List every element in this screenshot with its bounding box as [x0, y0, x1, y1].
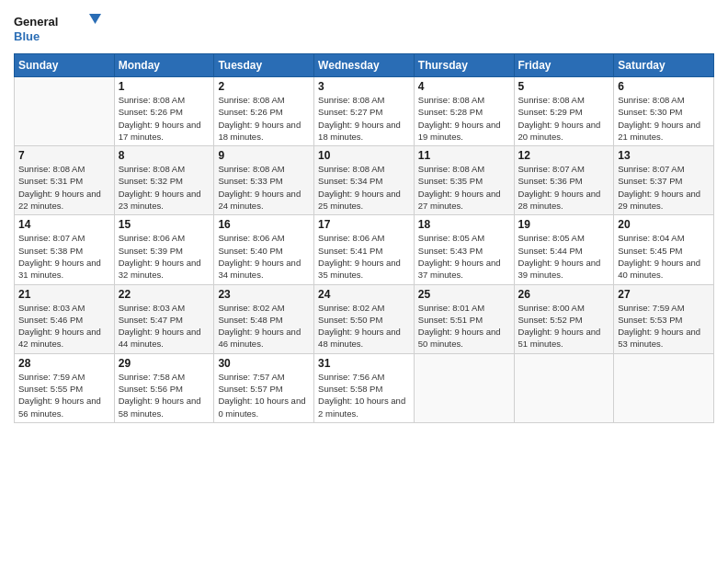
day-info: Sunrise: 7:57 AMSunset: 5:57 PMDaylight:…: [218, 371, 310, 419]
week-row-3: 14Sunrise: 8:07 AMSunset: 5:38 PMDayligh…: [15, 215, 714, 284]
day-header-thursday: Thursday: [414, 54, 514, 77]
day-number: 3: [318, 80, 410, 93]
day-number: 14: [18, 218, 110, 231]
calendar-cell: 27Sunrise: 7:59 AMSunset: 5:53 PMDayligh…: [614, 284, 714, 353]
calendar-cell: 3Sunrise: 8:08 AMSunset: 5:27 PMDaylight…: [314, 77, 415, 146]
calendar-cell: 8Sunrise: 8:08 AMSunset: 5:32 PMDaylight…: [114, 146, 214, 215]
calendar-cell: [514, 353, 614, 422]
day-number: 20: [618, 218, 710, 231]
day-number: 23: [218, 288, 310, 301]
day-number: 21: [18, 288, 110, 301]
day-info: Sunrise: 8:04 AMSunset: 5:45 PMDaylight:…: [618, 232, 710, 281]
week-row-2: 7Sunrise: 8:08 AMSunset: 5:31 PMDaylight…: [15, 146, 714, 215]
day-number: 7: [18, 149, 110, 162]
day-header-saturday: Saturday: [614, 54, 714, 77]
day-number: 16: [218, 218, 310, 231]
day-number: 26: [518, 288, 610, 301]
logo: General Blue: [14, 9, 106, 46]
day-number: 28: [18, 357, 110, 370]
day-info: Sunrise: 8:08 AMSunset: 5:29 PMDaylight:…: [518, 94, 610, 143]
day-info: Sunrise: 8:06 AMSunset: 5:40 PMDaylight:…: [218, 232, 310, 281]
day-header-wednesday: Wednesday: [314, 54, 415, 77]
calendar-page: General Blue SundayMondayTuesdayWednesda…: [0, 0, 728, 563]
calendar-cell: 22Sunrise: 8:03 AMSunset: 5:47 PMDayligh…: [114, 284, 214, 353]
day-number: 15: [119, 218, 210, 231]
calendar-cell: 29Sunrise: 7:58 AMSunset: 5:56 PMDayligh…: [114, 353, 214, 422]
header-row: SundayMondayTuesdayWednesdayThursdayFrid…: [15, 54, 714, 77]
day-info: Sunrise: 8:08 AMSunset: 5:27 PMDaylight:…: [318, 94, 410, 143]
day-number: 9: [218, 149, 310, 162]
day-info: Sunrise: 8:03 AMSunset: 5:46 PMDaylight:…: [18, 302, 110, 350]
calendar-cell: 5Sunrise: 8:08 AMSunset: 5:29 PMDaylight…: [514, 77, 614, 146]
day-number: 4: [418, 80, 510, 93]
day-number: 8: [119, 149, 210, 162]
day-number: 2: [218, 80, 310, 93]
calendar-cell: 1Sunrise: 8:08 AMSunset: 5:26 PMDaylight…: [114, 77, 214, 146]
calendar-cell: 21Sunrise: 8:03 AMSunset: 5:46 PMDayligh…: [15, 284, 115, 353]
calendar-cell: 16Sunrise: 8:06 AMSunset: 5:40 PMDayligh…: [214, 215, 314, 284]
day-info: Sunrise: 8:06 AMSunset: 5:41 PMDaylight:…: [318, 232, 410, 281]
day-number: 13: [618, 149, 710, 162]
page-header: General Blue: [14, 9, 714, 46]
calendar-cell: 4Sunrise: 8:08 AMSunset: 5:28 PMDaylight…: [414, 77, 514, 146]
calendar-cell: 23Sunrise: 8:02 AMSunset: 5:48 PMDayligh…: [214, 284, 314, 353]
day-info: Sunrise: 8:08 AMSunset: 5:26 PMDaylight:…: [218, 94, 310, 143]
day-info: Sunrise: 8:02 AMSunset: 5:50 PMDaylight:…: [318, 302, 410, 350]
day-info: Sunrise: 8:07 AMSunset: 5:37 PMDaylight:…: [618, 163, 710, 212]
day-number: 29: [119, 357, 210, 370]
svg-text:Blue: Blue: [14, 29, 40, 43]
day-number: 31: [318, 357, 410, 370]
day-header-friday: Friday: [514, 54, 614, 77]
calendar-cell: 13Sunrise: 8:07 AMSunset: 5:37 PMDayligh…: [614, 146, 714, 215]
day-info: Sunrise: 7:59 AMSunset: 5:55 PMDaylight:…: [18, 371, 110, 419]
day-info: Sunrise: 8:05 AMSunset: 5:44 PMDaylight:…: [518, 232, 610, 281]
svg-marker-2: [89, 14, 101, 24]
day-info: Sunrise: 8:08 AMSunset: 5:33 PMDaylight:…: [218, 163, 310, 212]
calendar-cell: 7Sunrise: 8:08 AMSunset: 5:31 PMDaylight…: [15, 146, 115, 215]
logo-svg: General Blue: [14, 9, 106, 46]
calendar-cell: 24Sunrise: 8:02 AMSunset: 5:50 PMDayligh…: [314, 284, 415, 353]
day-info: Sunrise: 8:06 AMSunset: 5:39 PMDaylight:…: [119, 232, 210, 281]
day-info: Sunrise: 8:00 AMSunset: 5:52 PMDaylight:…: [518, 302, 610, 350]
calendar-cell: 19Sunrise: 8:05 AMSunset: 5:44 PMDayligh…: [514, 215, 614, 284]
day-info: Sunrise: 8:08 AMSunset: 5:32 PMDaylight:…: [119, 163, 210, 212]
day-number: 10: [318, 149, 410, 162]
calendar-cell: 10Sunrise: 8:08 AMSunset: 5:34 PMDayligh…: [314, 146, 415, 215]
day-info: Sunrise: 8:08 AMSunset: 5:26 PMDaylight:…: [119, 94, 210, 143]
calendar-cell: 18Sunrise: 8:05 AMSunset: 5:43 PMDayligh…: [414, 215, 514, 284]
calendar-cell: [614, 353, 714, 422]
calendar-cell: 26Sunrise: 8:00 AMSunset: 5:52 PMDayligh…: [514, 284, 614, 353]
day-info: Sunrise: 8:03 AMSunset: 5:47 PMDaylight:…: [119, 302, 210, 350]
day-number: 5: [518, 80, 610, 93]
day-info: Sunrise: 8:08 AMSunset: 5:34 PMDaylight:…: [318, 163, 410, 212]
svg-text:General: General: [14, 15, 58, 29]
day-number: 19: [518, 218, 610, 231]
day-number: 6: [618, 80, 710, 93]
day-info: Sunrise: 8:08 AMSunset: 5:31 PMDaylight:…: [18, 163, 110, 212]
calendar-cell: 28Sunrise: 7:59 AMSunset: 5:55 PMDayligh…: [15, 353, 115, 422]
day-info: Sunrise: 8:08 AMSunset: 5:30 PMDaylight:…: [618, 94, 710, 143]
calendar-cell: 31Sunrise: 7:56 AMSunset: 5:58 PMDayligh…: [314, 353, 415, 422]
day-info: Sunrise: 8:07 AMSunset: 5:38 PMDaylight:…: [18, 232, 110, 281]
week-row-4: 21Sunrise: 8:03 AMSunset: 5:46 PMDayligh…: [15, 284, 714, 353]
day-info: Sunrise: 8:01 AMSunset: 5:51 PMDaylight:…: [418, 302, 510, 350]
calendar-cell: [15, 77, 115, 146]
calendar-cell: 11Sunrise: 8:08 AMSunset: 5:35 PMDayligh…: [414, 146, 514, 215]
day-number: 11: [418, 149, 510, 162]
day-number: 27: [618, 288, 710, 301]
day-info: Sunrise: 7:58 AMSunset: 5:56 PMDaylight:…: [119, 371, 210, 419]
week-row-1: 1Sunrise: 8:08 AMSunset: 5:26 PMDaylight…: [15, 77, 714, 146]
calendar-cell: 6Sunrise: 8:08 AMSunset: 5:30 PMDaylight…: [614, 77, 714, 146]
day-number: 18: [418, 218, 510, 231]
calendar-cell: 25Sunrise: 8:01 AMSunset: 5:51 PMDayligh…: [414, 284, 514, 353]
calendar-cell: 9Sunrise: 8:08 AMSunset: 5:33 PMDaylight…: [214, 146, 314, 215]
calendar-cell: 15Sunrise: 8:06 AMSunset: 5:39 PMDayligh…: [114, 215, 214, 284]
calendar-cell: [414, 353, 514, 422]
day-number: 17: [318, 218, 410, 231]
day-info: Sunrise: 8:02 AMSunset: 5:48 PMDaylight:…: [218, 302, 310, 350]
day-info: Sunrise: 7:56 AMSunset: 5:58 PMDaylight:…: [318, 371, 410, 419]
calendar-cell: 14Sunrise: 8:07 AMSunset: 5:38 PMDayligh…: [15, 215, 115, 284]
day-info: Sunrise: 8:08 AMSunset: 5:35 PMDaylight:…: [418, 163, 510, 212]
calendar-cell: 2Sunrise: 8:08 AMSunset: 5:26 PMDaylight…: [214, 77, 314, 146]
day-number: 25: [418, 288, 510, 301]
